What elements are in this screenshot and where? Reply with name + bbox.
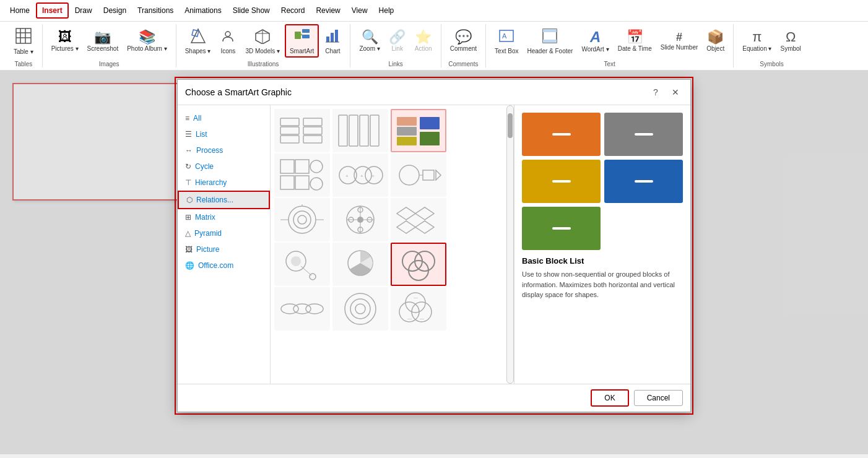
- svg-rect-42: [295, 176, 309, 189]
- menu-insert[interactable]: Insert: [36, 2, 69, 19]
- cancel-button[interactable]: Cancel: [634, 390, 683, 406]
- graphic-item-7[interactable]: [274, 198, 330, 241]
- svg-rect-32: [360, 115, 368, 146]
- photo-album-icon: 📚: [139, 30, 155, 44]
- shapes-button[interactable]: Shapes ▾: [181, 25, 215, 58]
- graphic-item-1[interactable]: [274, 109, 330, 152]
- category-office[interactable]: 🌐 Office.com: [178, 257, 270, 274]
- graphics-panel: + + =: [271, 105, 506, 384]
- category-relations[interactable]: ⬡ Relations...: [178, 191, 270, 209]
- svg-rect-16: [331, 33, 334, 42]
- menu-view[interactable]: View: [347, 4, 373, 17]
- pictures-button[interactable]: 🖼 Pictures ▾: [48, 25, 82, 58]
- ok-button[interactable]: OK: [591, 389, 628, 407]
- slide-number-label: Slide Number: [661, 44, 698, 51]
- menu-animations[interactable]: Animations: [180, 4, 226, 17]
- main-area: Choose a SmartArt Graphic ? ✕ ≡ All: [0, 71, 868, 454]
- graphic-item-8[interactable]: [332, 198, 388, 241]
- smartart-button[interactable]: SmartArt: [285, 24, 319, 58]
- category-hierarchy[interactable]: ⊤ Hierarchy: [178, 175, 270, 191]
- category-matrix[interactable]: ⊞ Matrix: [178, 209, 270, 225]
- preview-box-green: [522, 207, 601, 250]
- equation-button[interactable]: π Equation ▾: [739, 25, 775, 58]
- graphic-item-9[interactable]: [391, 198, 446, 241]
- screenshot-button[interactable]: 📷 Screenshot: [84, 25, 123, 58]
- wordart-button[interactable]: A WordArt ▾: [578, 25, 612, 58]
- menu-review[interactable]: Review: [311, 4, 345, 17]
- zoom-button[interactable]: 🔍 Zoom ▾: [355, 25, 383, 58]
- 3d-models-button[interactable]: 3D Models ▾: [241, 25, 284, 58]
- comment-button[interactable]: 💬 Comment: [446, 25, 480, 58]
- ribbon-group-comments: 💬 Comment Comments: [441, 24, 486, 67]
- textbox-button[interactable]: A Text Box: [491, 25, 522, 58]
- dialog-close-button[interactable]: ✕: [668, 85, 683, 100]
- slide-number-button[interactable]: # Slide Number: [657, 25, 702, 58]
- cycle-icon: ↻: [185, 162, 191, 171]
- category-hierarchy-label: Hierarchy: [195, 178, 227, 187]
- 3d-models-label: 3D Models ▾: [245, 48, 280, 55]
- menu-design[interactable]: Design: [98, 4, 131, 17]
- graphics-scrollbar[interactable]: [506, 105, 514, 384]
- ribbon-group-images: 🖼 Pictures ▾ 📷 Screenshot 📚 Photo Album …: [43, 24, 176, 67]
- date-time-label: Date & Time: [618, 45, 652, 53]
- graphic-item-15[interactable]: — — —: [391, 287, 446, 331]
- shapes-icon: [190, 28, 206, 46]
- table-button[interactable]: Table ▾: [10, 25, 37, 58]
- category-pyramid[interactable]: △ Pyramid: [178, 225, 270, 241]
- menu-help[interactable]: Help: [374, 4, 399, 17]
- photo-album-button[interactable]: 📚 Photo Album ▾: [123, 25, 170, 58]
- category-list[interactable]: ☰ List: [178, 126, 270, 142]
- graphic-item-6[interactable]: [391, 153, 446, 197]
- process-icon: ↔: [185, 146, 193, 155]
- category-picture[interactable]: 🖼 Picture: [178, 241, 270, 257]
- menu-slideshow[interactable]: Slide Show: [228, 4, 275, 17]
- comment-label: Comment: [450, 45, 477, 53]
- svg-text:—: —: [420, 316, 424, 321]
- illustrations-group-label: Illustrations: [181, 59, 345, 67]
- graphic-item-4[interactable]: [274, 153, 330, 197]
- svg-rect-11: [295, 32, 301, 39]
- object-icon: 📦: [707, 30, 724, 44]
- symbol-icon: Ω: [786, 30, 796, 44]
- dialog-help-button[interactable]: ?: [648, 85, 663, 100]
- graphic-item-5[interactable]: + + =: [332, 153, 388, 197]
- svg-point-57: [298, 215, 306, 224]
- symbol-button[interactable]: Ω Symbol: [776, 25, 804, 58]
- svg-rect-28: [303, 127, 322, 134]
- graphic-item-11[interactable]: [332, 243, 388, 286]
- dialog-footer: OK Cancel: [178, 384, 690, 412]
- graphic-item-12[interactable]: [391, 243, 446, 286]
- menu-home[interactable]: Home: [5, 4, 35, 17]
- svg-rect-12: [302, 29, 310, 33]
- list-icon: ☰: [185, 130, 192, 139]
- graphic-item-3[interactable]: [391, 109, 446, 152]
- graphic-item-10[interactable]: [274, 243, 330, 286]
- graphic-item-14[interactable]: [332, 287, 388, 331]
- svg-point-86: [355, 304, 365, 314]
- smartart-label: SmartArt: [290, 48, 314, 55]
- date-time-button[interactable]: 📅 Date & Time: [614, 25, 656, 58]
- relations-icon: ⬡: [186, 196, 193, 204]
- svg-point-51: [399, 165, 419, 185]
- category-process[interactable]: ↔ Process: [178, 142, 270, 158]
- object-button[interactable]: 📦 Object: [703, 25, 728, 58]
- menu-transitions[interactable]: Transitions: [132, 4, 178, 17]
- category-cycle[interactable]: ↻ Cycle: [178, 158, 270, 175]
- icons-icon: [220, 28, 236, 46]
- svg-point-85: [350, 299, 370, 319]
- pictures-label: Pictures ▾: [51, 45, 79, 53]
- link-label: Link: [392, 45, 403, 53]
- menu-draw[interactable]: Draw: [70, 4, 97, 17]
- header-footer-button[interactable]: Header & Footer: [523, 25, 576, 58]
- graphic-item-2[interactable]: [332, 109, 388, 152]
- wordart-label: WordArt ▾: [581, 46, 609, 53]
- icons-button[interactable]: Icons: [215, 25, 240, 58]
- svg-point-83: [306, 304, 323, 314]
- menu-record[interactable]: Record: [276, 4, 310, 17]
- preview-title: Basic Block List: [522, 256, 683, 266]
- preview-minus-orange: [552, 133, 571, 136]
- category-all[interactable]: ≡ All: [178, 110, 270, 126]
- ribbon-group-links: 🔍 Zoom ▾ 🔗 Link ⭐ Action Links: [350, 24, 441, 67]
- graphic-item-13[interactable]: [274, 287, 330, 331]
- chart-button[interactable]: Chart: [320, 25, 345, 58]
